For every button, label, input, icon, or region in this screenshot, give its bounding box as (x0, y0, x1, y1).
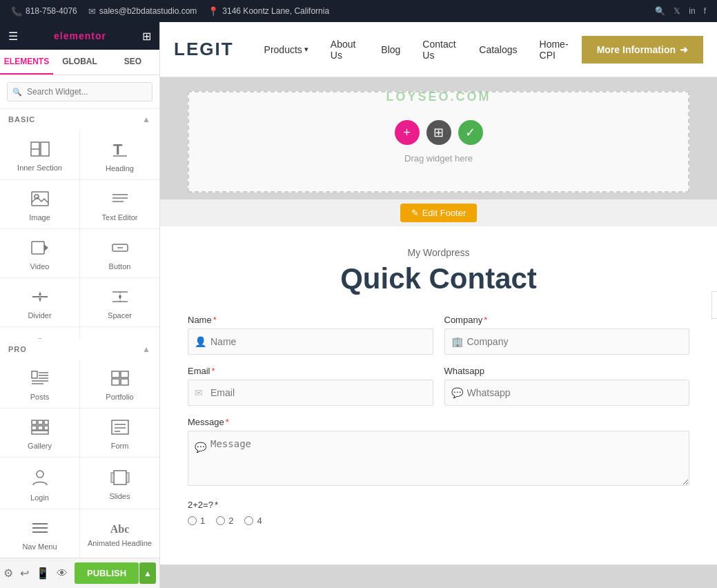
captcha-label-text: 2+2=? (188, 500, 213, 510)
nav-catalogs[interactable]: Catalogs (469, 39, 527, 61)
drag-controls: + ⊞ ✓ (395, 120, 483, 145)
captcha-radio-2[interactable] (216, 516, 225, 525)
captcha-radio-1[interactable] (188, 516, 197, 525)
widget-form[interactable]: Form (80, 409, 159, 457)
portfolio-icon (111, 371, 129, 389)
basic-section-header[interactable]: BASIC ▲ (0, 109, 159, 130)
elementor-topbar: ☰ elementor ⊞ (0, 22, 159, 50)
preview-icon[interactable]: 👁 (57, 567, 68, 580)
widget-label: Portfolio (106, 393, 133, 401)
linkedin-icon[interactable]: in (689, 6, 695, 16)
widget-grid: Inner Section T Heading Image Text Edito… (0, 130, 159, 339)
name-required: * (213, 315, 217, 325)
widget-video[interactable]: Video (0, 229, 79, 277)
add-widget-button[interactable]: + (395, 120, 420, 145)
email-address: sales@b2bdatastudio.com (99, 6, 197, 16)
drag-section: + ⊞ ✓ Drag widget here (188, 91, 689, 193)
captcha-option-4[interactable]: 4 (244, 516, 262, 526)
form-group-email: Email * ✉ (188, 366, 433, 406)
svg-rect-5 (32, 192, 48, 206)
pro-collapse-icon: ▲ (142, 344, 151, 354)
widget-text-editor[interactable]: Text Editor (80, 180, 159, 228)
tab-seo[interactable]: SEO (106, 50, 159, 75)
publish-arrow-button[interactable]: ▲ (139, 562, 156, 584)
main-wrap: LEGIT Products About Us Blog Contact Us … (160, 22, 717, 588)
svg-rect-39 (44, 426, 48, 430)
widget-slides[interactable]: Slides (80, 458, 159, 509)
captcha-option-1[interactable]: 1 (188, 516, 205, 526)
widget-inner-section[interactable]: Inner Section (0, 130, 79, 179)
svg-text:T: T (113, 141, 123, 157)
whatsapp-field-icon: 💬 (451, 387, 463, 398)
nav-about[interactable]: About Us (321, 33, 369, 66)
widget-label: Heading (106, 164, 134, 173)
widget-google-maps[interactable]: Google Maps (0, 327, 79, 339)
twitter-icon[interactable]: 𝕏 (674, 6, 680, 16)
grid-icon[interactable]: ⊞ (142, 30, 151, 43)
section-confirm-button[interactable]: ✓ (458, 120, 483, 145)
svg-rect-41 (112, 420, 128, 434)
search-icon-top[interactable]: 🔍 (655, 6, 665, 16)
widget-search-container (0, 75, 159, 109)
edit-footer-button[interactable]: ✎ Edit Footer (400, 204, 478, 222)
gallery-icon (31, 420, 49, 438)
widget-label: Image (29, 213, 50, 222)
edit-footer-bar: ✎ Edit Footer (160, 199, 717, 226)
hamburger-icon[interactable]: ☰ (8, 30, 18, 43)
facebook-icon[interactable]: f (704, 6, 706, 16)
address-text: 3146 Koontz Lane, California (222, 6, 329, 16)
message-required: * (226, 417, 229, 427)
responsive-icon[interactable]: 📱 (36, 567, 50, 580)
widget-image[interactable]: Image (0, 180, 79, 228)
tab-elements[interactable]: ELEMENTS (0, 50, 53, 75)
captcha-required: * (215, 500, 218, 510)
widget-label: Video (30, 262, 50, 271)
tab-global[interactable]: GLOBAL (53, 50, 106, 75)
widget-nav-menu[interactable]: Nav Menu (0, 509, 79, 558)
widget-animated-headline[interactable]: Abc Animated Headline (80, 509, 159, 558)
captcha-option-2[interactable]: 2 (216, 516, 233, 526)
company-input[interactable] (444, 329, 690, 355)
widget-heading[interactable]: T Heading (80, 130, 159, 179)
nav-blog[interactable]: Blog (371, 39, 410, 61)
pro-section-header[interactable]: PRO ▲ (0, 339, 159, 360)
captcha-radio-4[interactable] (244, 516, 253, 525)
text-editor-icon (111, 191, 129, 209)
widget-gallery[interactable]: Gallery (0, 409, 79, 457)
location-icon: 📍 (208, 6, 219, 17)
whatsapp-input[interactable] (444, 380, 690, 406)
message-label: Message * (188, 417, 689, 427)
address-item: 📍 3146 Koontz Lane, California (208, 6, 329, 17)
publish-button[interactable]: PUBLISH (75, 562, 139, 584)
history-icon[interactable]: ↩ (20, 567, 29, 580)
message-label-text: Message (188, 417, 224, 427)
nav-contact[interactable]: Contact Us (413, 33, 466, 66)
widget-portfolio[interactable]: Portfolio (80, 360, 159, 408)
message-textarea[interactable] (188, 431, 689, 486)
widget-icon[interactable]: Icon (80, 327, 159, 339)
widget-spacer[interactable]: Spacer (80, 278, 159, 326)
nav-home-cpi[interactable]: Home-CPI (530, 33, 582, 66)
email-input[interactable] (188, 380, 433, 406)
nav-products[interactable]: Products (255, 39, 318, 61)
settings-icon[interactable]: ⚙ (3, 567, 13, 580)
widget-login[interactable]: Login (0, 458, 79, 509)
site-header-right: More Information ➜ (582, 36, 703, 63)
more-info-button[interactable]: More Information ➜ (582, 36, 703, 63)
company-label: Company * (444, 315, 690, 325)
svg-rect-36 (44, 420, 48, 424)
contact-subtitle: My Wordpress (188, 247, 689, 258)
sidebar-collapse-handle[interactable]: ‹ (711, 291, 717, 319)
name-input-wrap: 👤 (188, 329, 433, 355)
search-wrap (7, 82, 153, 101)
message-field-icon: 💬 (195, 442, 206, 453)
form-group-company: Company * 🏢 (444, 315, 690, 355)
section-settings-button[interactable]: ⊞ (426, 120, 451, 145)
name-input[interactable] (188, 329, 433, 355)
widget-divider[interactable]: Divider (0, 278, 79, 326)
widget-label: Gallery (28, 442, 52, 450)
edit-footer-pencil-icon: ✎ (411, 208, 419, 218)
widget-button[interactable]: Button (80, 229, 159, 277)
search-input[interactable] (7, 82, 153, 101)
widget-posts[interactable]: Posts (0, 360, 79, 408)
